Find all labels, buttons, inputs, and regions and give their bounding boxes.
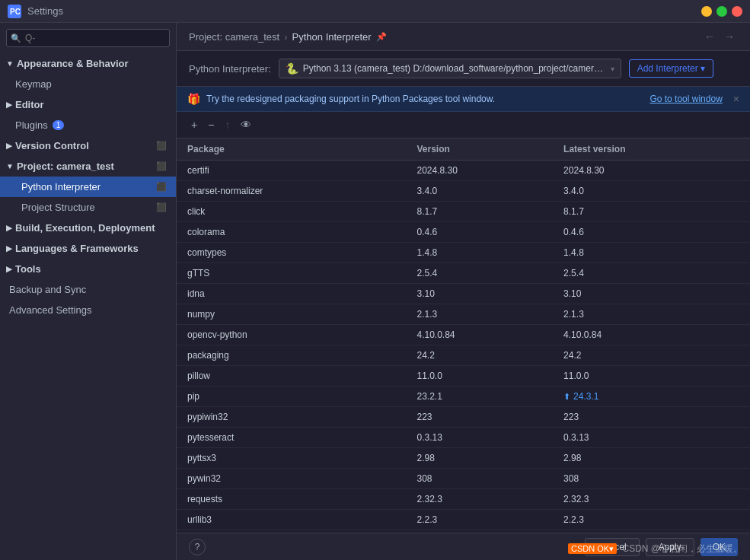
package-version-cell: 11.0.0 bbox=[406, 366, 553, 387]
sidebar-label-advanced-settings: Advanced Settings bbox=[9, 304, 91, 316]
eye-icon: 👁 bbox=[241, 119, 251, 131]
table-row: numpy2.1.32.1.3 bbox=[177, 304, 750, 325]
pin-icon: 📌 bbox=[376, 32, 387, 42]
table-row: charset-normalizer3.4.03.4.0 bbox=[177, 181, 750, 202]
cancel-button[interactable]: Cancel bbox=[585, 538, 639, 556]
package-latest-cell: 223 bbox=[553, 407, 750, 428]
python-icon: ⬛ bbox=[156, 182, 167, 192]
sidebar-label-python-interpreter: Python Interpreter bbox=[21, 181, 101, 192]
move-up-button[interactable]: ↑ bbox=[221, 116, 234, 133]
sidebar-item-build-exec[interactable]: ▶ Build, Execution, Deployment bbox=[0, 218, 176, 238]
sidebar-item-editor[interactable]: ▶ Editor bbox=[0, 94, 176, 115]
table-row: pip23.2.1⬆24.3.1 bbox=[177, 387, 750, 407]
package-version-cell: 223 bbox=[406, 407, 553, 428]
interpreter-select-name: Python 3.13 (camera_test) D:/download_so… bbox=[303, 63, 606, 74]
upgrade-arrow-icon: ⬆ bbox=[563, 392, 570, 402]
breadcrumb-separator: › bbox=[284, 31, 287, 43]
close-button[interactable]: × bbox=[732, 6, 742, 17]
structure-icon: ⬛ bbox=[156, 202, 167, 212]
package-name-cell: packaging bbox=[177, 345, 406, 366]
sidebar: 🔍 ▼ Appearance & Behavior Keymap ▶ Edito… bbox=[0, 23, 177, 560]
table-row: gTTS2.5.42.5.4 bbox=[177, 263, 750, 284]
breadcrumb-parent: Project: camera_test bbox=[189, 31, 279, 43]
package-version-cell: 23.2.1 bbox=[406, 387, 553, 407]
table-row: idna3.103.10 bbox=[177, 284, 750, 304]
package-latest-cell: 2.1.3 bbox=[553, 304, 750, 325]
table-row: pywin32308308 bbox=[177, 469, 750, 489]
package-latest-cell: 308 bbox=[553, 469, 750, 489]
package-name-cell: pillow bbox=[177, 366, 406, 387]
package-version-cell: 2.1.3 bbox=[406, 304, 553, 325]
package-version-cell: 2.2.3 bbox=[406, 510, 553, 530]
add-package-button[interactable]: + bbox=[187, 116, 201, 133]
minimize-button[interactable]: − bbox=[701, 6, 712, 17]
package-version-cell: 2.5.4 bbox=[406, 263, 553, 284]
package-latest-cell: 24.2 bbox=[553, 345, 750, 366]
package-name-cell: urllib3 bbox=[177, 510, 406, 530]
go-to-tool-window-link[interactable]: Go to tool window bbox=[649, 94, 722, 104]
bottom-bar: ? Cancel Apply OK bbox=[177, 533, 750, 560]
expand-arrow-build: ▶ bbox=[6, 224, 12, 232]
sidebar-item-appearance[interactable]: ▼ Appearance & Behavior bbox=[0, 53, 176, 74]
add-interpreter-button[interactable]: Add Interpreter ▾ bbox=[629, 59, 713, 78]
app-logo: PC bbox=[8, 5, 21, 18]
sidebar-item-tools[interactable]: ▶ Tools bbox=[0, 259, 176, 279]
package-latest-cell: 3.10 bbox=[553, 284, 750, 304]
col-header-version: Version bbox=[406, 138, 553, 161]
sidebar-item-version-control[interactable]: ▶ Version Control ⬛ bbox=[0, 135, 176, 156]
package-version-cell: 308 bbox=[406, 469, 553, 489]
sidebar-item-advanced-settings[interactable]: Advanced Settings bbox=[0, 300, 176, 320]
window-title: Settings bbox=[27, 5, 701, 17]
sidebar-item-project-structure[interactable]: Project Structure ⬛ bbox=[0, 197, 176, 218]
package-version-cell: 0.4.6 bbox=[406, 222, 553, 243]
search-input[interactable] bbox=[6, 29, 170, 47]
help-button[interactable]: ? bbox=[189, 539, 206, 555]
sidebar-item-plugins[interactable]: Plugins 1 bbox=[0, 115, 176, 135]
table-row: urllib32.2.32.2.3 bbox=[177, 510, 750, 530]
nav-back-button[interactable]: ← bbox=[701, 29, 718, 44]
banner-text: Try the redesigned packaging support in … bbox=[206, 94, 643, 104]
banner: 🎁 Try the redesigned packaging support i… bbox=[177, 87, 750, 112]
table-row: opencv-python4.10.0.844.10.0.84 bbox=[177, 325, 750, 345]
search-box: 🔍 bbox=[6, 29, 170, 47]
package-version-cell: 4.10.0.84 bbox=[406, 325, 553, 345]
table-toolbar: + − ↑ 👁 bbox=[177, 112, 750, 138]
project-icon: ⬛ bbox=[156, 161, 167, 171]
show-details-button[interactable]: 👁 bbox=[237, 116, 255, 133]
col-header-package: Package bbox=[177, 138, 406, 161]
sidebar-item-languages[interactable]: ▶ Languages & Frameworks bbox=[0, 238, 176, 259]
remove-package-button[interactable]: − bbox=[204, 116, 218, 133]
nav-forward-button[interactable]: → bbox=[721, 29, 738, 44]
table-row: comtypes1.4.81.4.8 bbox=[177, 243, 750, 263]
table-row: requests2.32.32.32.3 bbox=[177, 489, 750, 510]
package-name-cell: colorama bbox=[177, 222, 406, 243]
package-name-cell: pyttsx3 bbox=[177, 448, 406, 469]
sidebar-item-project[interactable]: ▼ Project: camera_test ⬛ bbox=[0, 156, 176, 177]
ok-button[interactable]: OK bbox=[701, 538, 738, 556]
package-latest-cell: 8.1.7 bbox=[553, 202, 750, 222]
expand-arrow-project: ▼ bbox=[6, 162, 14, 170]
sidebar-item-keymap[interactable]: Keymap bbox=[0, 74, 176, 94]
table-row: colorama0.4.60.4.6 bbox=[177, 222, 750, 243]
banner-icon: 🎁 bbox=[187, 93, 200, 105]
package-name-cell: numpy bbox=[177, 304, 406, 325]
packages-data-table: Package Version Latest version certifi20… bbox=[177, 138, 750, 530]
interpreter-select-dropdown[interactable]: 🐍 Python 3.13 (camera_test) D:/download_… bbox=[279, 59, 621, 78]
table-row: pyttsx32.982.98 bbox=[177, 448, 750, 469]
sidebar-label-tools: Tools bbox=[15, 263, 41, 275]
bottom-right-buttons: Cancel Apply OK bbox=[585, 538, 738, 556]
maximize-button[interactable]: □ bbox=[716, 6, 727, 17]
package-name-cell: certifi bbox=[177, 161, 406, 181]
apply-button[interactable]: Apply bbox=[646, 538, 694, 556]
package-name-cell: pywin32 bbox=[177, 469, 406, 489]
package-latest-cell: 0.4.6 bbox=[553, 222, 750, 243]
package-latest-cell: 2.32.3 bbox=[553, 489, 750, 510]
sidebar-item-backup-sync[interactable]: Backup and Sync bbox=[0, 279, 176, 300]
package-latest-cell: ⬆24.3.1 bbox=[553, 387, 750, 407]
table-row: packaging24.224.2 bbox=[177, 345, 750, 366]
package-name-cell: idna bbox=[177, 284, 406, 304]
table-row: certifi2024.8.302024.8.30 bbox=[177, 161, 750, 181]
banner-close-button[interactable]: × bbox=[733, 93, 739, 105]
sidebar-item-python-interpreter[interactable]: Python Interpreter ⬛ bbox=[0, 177, 176, 197]
package-name-cell: pypiwin32 bbox=[177, 407, 406, 428]
